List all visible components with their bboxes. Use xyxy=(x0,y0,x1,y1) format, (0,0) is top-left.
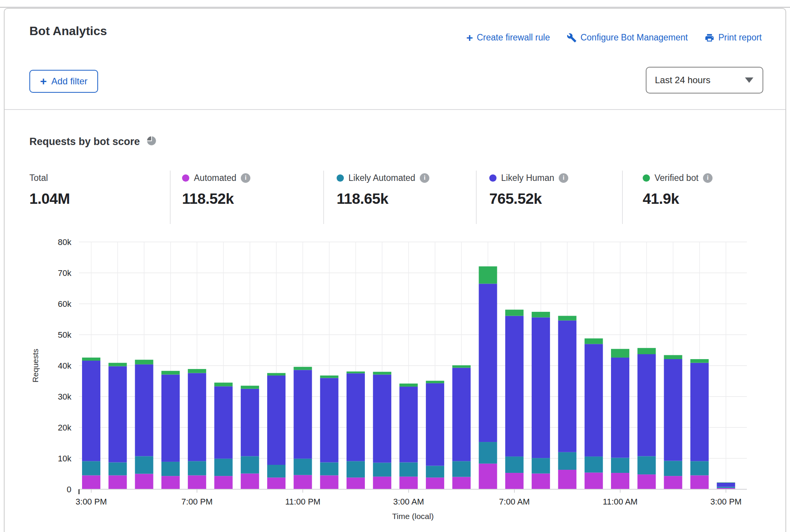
svg-text:0: 0 xyxy=(67,485,71,494)
bot-analytics-card: Bot Analytics + Create firewall rule Con… xyxy=(4,8,786,532)
svg-text:10k: 10k xyxy=(58,454,72,463)
stat-automated: Automated i 118.52k xyxy=(182,172,250,207)
svg-text:30k: 30k xyxy=(58,392,72,401)
stat-divider xyxy=(323,171,324,224)
add-filter-label: Add filter xyxy=(52,76,88,87)
info-icon[interactable]: i xyxy=(703,173,713,183)
svg-text:80k: 80k xyxy=(58,237,72,247)
stat-likely-automated-label: Likely Automated xyxy=(348,173,415,183)
pie-chart-icon xyxy=(146,135,157,148)
page-title: Bot Analytics xyxy=(29,24,107,38)
stat-total-label: Total xyxy=(29,173,48,183)
printer-icon xyxy=(705,33,714,43)
automated-dot xyxy=(182,174,189,182)
create-firewall-rule-link[interactable]: + Create firewall rule xyxy=(466,32,550,43)
stat-likely-automated: Likely Automated i 118.65k xyxy=(337,172,429,207)
section-heading: Requests by bot score xyxy=(29,135,157,148)
svg-text:70k: 70k xyxy=(58,268,72,278)
stat-divider xyxy=(622,171,623,224)
svg-text:Time (local): Time (local) xyxy=(392,512,434,521)
svg-text:40k: 40k xyxy=(58,361,72,371)
configure-bot-management-link[interactable]: Configure Bot Management xyxy=(567,32,688,43)
likely-automated-dot xyxy=(337,174,344,182)
svg-text:11:00 AM: 11:00 AM xyxy=(603,497,637,506)
stat-likely-human-value: 765.52k xyxy=(489,190,568,207)
stat-likely-human-label: Likely Human xyxy=(501,173,554,183)
svg-text:3:00 PM: 3:00 PM xyxy=(76,497,107,506)
add-filter-button[interactable]: + Add filter xyxy=(29,70,98,93)
time-range-value: Last 24 hours xyxy=(655,75,710,85)
svg-text:Requests: Requests xyxy=(31,349,40,383)
svg-text:7:00 PM: 7:00 PM xyxy=(181,497,213,506)
stat-automated-label: Automated xyxy=(194,173,236,183)
bot-score-stacked-bar-chart: 010k20k30k40k50k60k70k80k3:00 PM7:00 PM1… xyxy=(24,233,772,532)
stat-likely-human: Likely Human i 765.52k xyxy=(489,172,568,207)
info-icon[interactable]: i xyxy=(420,173,429,183)
svg-text:11:00 PM: 11:00 PM xyxy=(285,497,321,506)
requests-by-bot-score-chart: 010k20k30k40k50k60k70k80k3:00 PM7:00 PM1… xyxy=(24,233,772,532)
svg-text:7:00 AM: 7:00 AM xyxy=(499,497,530,506)
info-icon[interactable]: i xyxy=(241,173,250,183)
header-actions: + Create firewall rule Configure Bot Man… xyxy=(466,32,762,43)
chevron-down-icon xyxy=(745,77,753,83)
chart-title: Requests by bot score xyxy=(29,136,140,148)
svg-text:3:00 AM: 3:00 AM xyxy=(393,497,424,506)
stat-divider xyxy=(476,171,477,224)
plus-icon: + xyxy=(40,77,47,85)
time-range-dropdown[interactable]: Last 24 hours xyxy=(646,67,763,94)
header-divider xyxy=(5,109,785,110)
stat-likely-automated-value: 118.65k xyxy=(337,190,429,207)
svg-text:3:00 PM: 3:00 PM xyxy=(710,497,742,506)
svg-text:60k: 60k xyxy=(58,299,72,309)
plus-icon: + xyxy=(466,34,473,42)
stat-verified-bot-value: 41.9k xyxy=(643,190,713,207)
stat-divider xyxy=(170,171,171,224)
print-report-label: Print report xyxy=(718,32,762,43)
configure-bot-management-label: Configure Bot Management xyxy=(580,32,688,43)
stat-automated-value: 118.52k xyxy=(182,190,250,207)
stat-verified-bot: Verified bot i 41.9k xyxy=(643,172,713,207)
wrench-icon xyxy=(567,33,577,43)
svg-text:50k: 50k xyxy=(58,330,72,340)
info-icon[interactable]: i xyxy=(559,173,568,183)
stats-row: Total 1.04M Automated i 118.52k Likely A… xyxy=(29,172,766,226)
stat-verified-bot-label: Verified bot xyxy=(655,173,698,183)
top-divider xyxy=(0,7,790,8)
create-firewall-rule-label: Create firewall rule xyxy=(477,32,550,43)
likely-human-dot xyxy=(489,174,497,182)
svg-text:20k: 20k xyxy=(58,423,72,432)
stat-total: Total 1.04M xyxy=(29,172,70,207)
verified-bot-dot xyxy=(643,174,650,182)
stat-total-value: 1.04M xyxy=(29,190,70,207)
print-report-link[interactable]: Print report xyxy=(705,32,762,43)
